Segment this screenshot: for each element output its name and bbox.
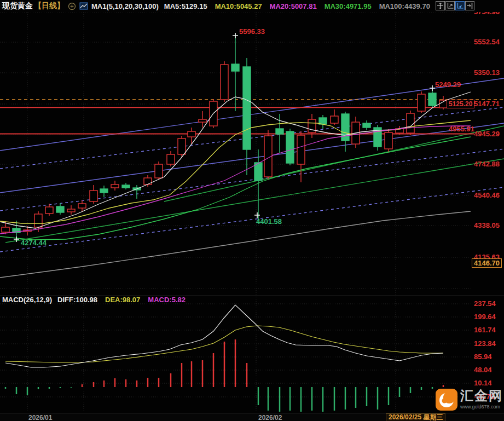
date-axis[interactable]: 2026/01 2026/02 2026/02/25 星期三 bbox=[0, 413, 504, 421]
candle-body[interactable] bbox=[231, 64, 239, 71]
macd-histogram-bar bbox=[125, 379, 127, 387]
macd-histogram-bar bbox=[377, 387, 379, 410]
period-label: 【日线】 bbox=[34, 1, 65, 11]
macd-dea-value: DEA:98.07 bbox=[105, 296, 140, 304]
candle-body[interactable] bbox=[144, 178, 152, 184]
macd-histogram-bar bbox=[103, 380, 105, 387]
macd-histogram-bar bbox=[136, 380, 138, 387]
macd-histogram-bar bbox=[388, 387, 390, 405]
candle-body[interactable] bbox=[67, 209, 75, 212]
macd-name[interactable]: MACD(26,12,9) bbox=[2, 296, 52, 304]
ma5-value: MA5:5129.15 bbox=[164, 2, 207, 10]
macd-histogram-bar bbox=[399, 387, 401, 397]
macd-histogram-bar bbox=[5, 387, 7, 389]
candle-body[interactable] bbox=[297, 135, 305, 164]
macd-histogram-bar bbox=[279, 387, 281, 412]
macd-histogram-bar bbox=[114, 378, 116, 387]
macd-histogram-bar bbox=[49, 387, 50, 389]
candle-body[interactable] bbox=[331, 116, 338, 123]
ma10-line bbox=[0, 120, 471, 223]
extreme-cross-marker bbox=[430, 85, 435, 91]
ma30-value: MA30:4971.95 bbox=[325, 2, 372, 10]
ma30-line bbox=[0, 137, 471, 240]
huijin-logo-icon bbox=[436, 389, 457, 411]
candle-body[interactable] bbox=[178, 139, 186, 154]
candle-body[interactable] bbox=[319, 118, 327, 124]
macd-histogram-bar bbox=[38, 387, 39, 389]
macd-histogram-bar bbox=[158, 378, 160, 387]
macd-histogram-bar bbox=[27, 387, 28, 395]
candle-body[interactable] bbox=[286, 131, 294, 163]
candle-body[interactable] bbox=[363, 123, 370, 128]
candle-body[interactable] bbox=[254, 163, 262, 181]
candle-body[interactable] bbox=[243, 67, 251, 149]
macd-histogram-bar bbox=[16, 387, 18, 394]
candle-body[interactable] bbox=[100, 189, 108, 193]
move-crosshair-icon[interactable] bbox=[436, 1, 445, 10]
candle-body[interactable] bbox=[418, 94, 425, 111]
chart-type-icon[interactable] bbox=[79, 2, 88, 10]
macd-histogram-bar bbox=[213, 353, 215, 387]
auto-scale-icon[interactable] bbox=[455, 1, 465, 10]
candle-body[interactable] bbox=[407, 113, 414, 133]
macd-histogram-bar bbox=[71, 387, 72, 388]
ma-settings-label[interactable]: MA1(5,10,20,30,100) bbox=[91, 2, 159, 10]
macd-histogram-bar bbox=[93, 382, 95, 387]
candle-body[interactable] bbox=[428, 93, 436, 106]
candle-body[interactable] bbox=[155, 164, 163, 178]
chart-canvas[interactable] bbox=[0, 0, 504, 421]
dash-blue-3 bbox=[0, 187, 504, 252]
macd-diff-value: DIFF:100.98 bbox=[57, 296, 97, 304]
macd-histogram-bar bbox=[202, 360, 204, 387]
chart-toolbar bbox=[436, 1, 474, 10]
macd-histogram-bar bbox=[443, 385, 444, 387]
macd-histogram-bar bbox=[191, 361, 193, 387]
channel-top-blue bbox=[0, 78, 504, 151]
circle-plus-icon[interactable] bbox=[68, 2, 76, 10]
macd-histogram-bar bbox=[60, 387, 61, 388]
extreme-cross-marker bbox=[254, 212, 260, 218]
macd-histogram-bar bbox=[421, 387, 422, 390]
macd-histogram-bar bbox=[355, 387, 357, 408]
dash-blue-1 bbox=[0, 107, 504, 169]
macd-histogram-bar bbox=[410, 387, 412, 393]
macd-histogram-bar bbox=[322, 387, 324, 412]
candle-body[interactable] bbox=[111, 184, 119, 188]
macd-histogram-bar bbox=[246, 363, 248, 387]
symbol-title: 现货黄金 bbox=[2, 1, 33, 11]
ma20-line bbox=[0, 126, 471, 234]
top-header-bar: 现货黄金 【日线】 MA1(5,10,20,30,100) MA5:5129.1… bbox=[0, 0, 504, 12]
macd-macd-value: MACD:5.82 bbox=[148, 296, 186, 304]
candle-body[interactable] bbox=[90, 191, 97, 201]
macd-histogram-bar bbox=[235, 339, 236, 387]
candle-body[interactable] bbox=[78, 204, 86, 208]
date-label-feb: 2026/02 bbox=[258, 414, 282, 421]
date-label-current: 2026/02/25 星期三 bbox=[386, 413, 445, 421]
date-label-jan: 2026/01 bbox=[28, 414, 52, 421]
macd-histogram-bar bbox=[147, 378, 149, 387]
candle-body[interactable] bbox=[122, 185, 130, 188]
macd-histogram-bar bbox=[334, 387, 335, 411]
collapse-panel-icon[interactable] bbox=[465, 1, 474, 10]
macd-histogram-bar bbox=[289, 387, 291, 411]
macd-histogram-bar bbox=[311, 387, 313, 411]
macd-histogram-bar bbox=[181, 363, 183, 387]
ma20-value: MA20:5007.81 bbox=[270, 2, 317, 10]
candle-body[interactable] bbox=[56, 206, 64, 212]
huijin-logo-url: www.gold678.com bbox=[460, 404, 503, 410]
macd-histogram-bar bbox=[366, 387, 368, 406]
candle-body[interactable] bbox=[276, 129, 283, 134]
extreme-cross-marker bbox=[233, 33, 238, 38]
candle-body[interactable] bbox=[188, 131, 195, 137]
trend-green-2 bbox=[164, 126, 504, 201]
candle-body[interactable] bbox=[34, 214, 42, 227]
ma100-line bbox=[0, 211, 471, 278]
candle-body[interactable] bbox=[167, 154, 175, 164]
candle-body[interactable] bbox=[221, 65, 228, 100]
candle-body[interactable] bbox=[45, 207, 53, 214]
candle-body[interactable] bbox=[385, 132, 392, 149]
candle-body[interactable] bbox=[2, 227, 9, 232]
axis-scale-icon[interactable] bbox=[445, 1, 455, 10]
huijin-logo-text: 汇金网 bbox=[460, 389, 503, 403]
candle-body[interactable] bbox=[199, 119, 206, 122]
